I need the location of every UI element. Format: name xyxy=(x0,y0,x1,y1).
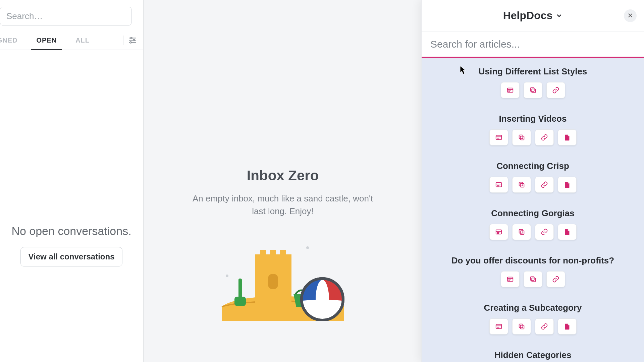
sandcastle-illustration xyxy=(219,234,346,321)
article-title: Do you offer discounts for non-profits? xyxy=(425,255,641,266)
article-search-input[interactable] xyxy=(430,39,635,50)
svg-point-7 xyxy=(306,246,309,249)
article-icon-button[interactable] xyxy=(489,318,508,335)
copy-icon-button[interactable] xyxy=(512,318,531,335)
article-item: Do you offer discounts for non-profits? xyxy=(425,255,641,287)
article-icon xyxy=(495,134,502,141)
article-icon xyxy=(495,323,502,330)
svg-point-3 xyxy=(133,40,135,41)
copy-icon xyxy=(518,181,525,188)
svg-point-5 xyxy=(130,42,131,43)
article-icon-button[interactable] xyxy=(489,177,508,193)
article-title: Inserting Videos xyxy=(425,114,641,124)
article-actions xyxy=(489,129,577,145)
tab-all[interactable]: ALL xyxy=(66,31,99,50)
copy-icon xyxy=(518,323,525,330)
article-item: Using Different List Styles xyxy=(425,66,641,98)
article-icon xyxy=(506,276,514,283)
inbox-empty-state: Inbox Zero An empty inbox, much like a s… xyxy=(144,0,421,362)
link-icon-button[interactable] xyxy=(546,82,565,98)
article-search xyxy=(422,32,644,58)
link-icon-button[interactable] xyxy=(535,318,554,335)
article-icon-button[interactable] xyxy=(489,129,508,145)
view-all-conversations-button[interactable]: View all conversations xyxy=(20,247,122,266)
conversation-search-input[interactable] xyxy=(0,7,131,25)
svg-rect-15 xyxy=(238,279,242,299)
link-icon xyxy=(541,134,548,141)
conversation-tabs: ASSIGNED OPEN ALL xyxy=(0,31,143,50)
copy-icon-button[interactable] xyxy=(512,129,531,145)
article-icon xyxy=(495,181,502,188)
article-title: Connecting Gorgias xyxy=(425,208,641,219)
copy-icon xyxy=(529,86,537,94)
article-title: Creating a Subcategory xyxy=(425,303,641,313)
svg-rect-16 xyxy=(234,297,246,306)
file-icon xyxy=(564,134,571,141)
copy-icon xyxy=(518,134,525,141)
article-actions xyxy=(489,318,577,335)
helpdocs-dropdown[interactable]: HelpDocs xyxy=(503,9,563,22)
file-icon-button[interactable] xyxy=(558,177,577,193)
copy-icon xyxy=(518,228,525,236)
article-item: Connecting Gorgias xyxy=(425,208,641,240)
article-item: Connecting Crisp xyxy=(425,161,641,193)
link-icon xyxy=(552,86,559,94)
article-icon-button[interactable] xyxy=(501,271,520,287)
inbox-zero-subtitle: An empty inbox, much like a sand castle,… xyxy=(189,192,377,218)
svg-point-6 xyxy=(226,275,228,277)
link-icon-button[interactable] xyxy=(535,224,554,240)
copy-icon-button[interactable] xyxy=(512,177,531,193)
tab-assigned[interactable]: ASSIGNED xyxy=(0,31,27,50)
divider xyxy=(123,36,123,45)
article-item: Creating a Subcategory xyxy=(425,303,641,335)
conversations-sidebar: ASSIGNED OPEN ALL No open conversations.… xyxy=(0,0,144,362)
chevron-down-icon xyxy=(556,9,562,22)
copy-icon-button[interactable] xyxy=(524,271,542,287)
svg-rect-13 xyxy=(268,274,278,289)
link-icon-button[interactable] xyxy=(535,177,554,193)
article-title: Hidden Categories xyxy=(425,350,641,360)
link-icon xyxy=(552,276,559,283)
copy-icon xyxy=(529,276,537,283)
article-icon-button[interactable] xyxy=(489,224,508,240)
link-icon-button[interactable] xyxy=(546,271,565,287)
svg-rect-11 xyxy=(270,250,276,257)
svg-rect-12 xyxy=(280,250,286,257)
article-actions xyxy=(489,224,577,240)
article-title: Connecting Crisp xyxy=(425,161,641,171)
helpdocs-panel: HelpDocs Using Different List StylesInse… xyxy=(421,0,644,362)
link-icon xyxy=(541,323,548,330)
article-icon xyxy=(506,86,514,94)
copy-icon-button[interactable] xyxy=(524,82,542,98)
copy-icon-button[interactable] xyxy=(512,224,531,240)
filter-icon[interactable] xyxy=(128,36,137,45)
file-icon-button[interactable] xyxy=(558,318,577,335)
article-list: Using Different List StylesInserting Vid… xyxy=(422,58,644,362)
close-icon xyxy=(628,12,633,20)
article-actions xyxy=(501,271,565,287)
article-actions xyxy=(489,177,577,193)
svg-point-18 xyxy=(316,280,329,319)
link-icon xyxy=(541,181,548,188)
no-open-label: No open conversations. xyxy=(3,225,140,238)
tab-open[interactable]: OPEN xyxy=(27,31,66,50)
close-panel-button[interactable] xyxy=(624,9,637,22)
article-icon-button[interactable] xyxy=(501,82,520,98)
article-title: Using Different List Styles xyxy=(425,66,641,77)
svg-rect-10 xyxy=(260,250,266,257)
article-item: Hidden Categories xyxy=(425,350,641,362)
article-actions xyxy=(501,82,565,98)
article-icon xyxy=(495,228,502,236)
link-icon xyxy=(541,228,548,236)
file-icon xyxy=(564,228,571,236)
inbox-zero-title: Inbox Zero xyxy=(247,168,319,184)
file-icon xyxy=(564,181,571,188)
article-item: Inserting Videos xyxy=(425,114,641,145)
link-icon-button[interactable] xyxy=(535,129,554,145)
file-icon-button[interactable] xyxy=(558,129,577,145)
file-icon xyxy=(564,323,571,330)
file-icon-button[interactable] xyxy=(558,224,577,240)
helpdocs-title: HelpDocs xyxy=(503,9,553,22)
svg-point-1 xyxy=(131,37,132,39)
